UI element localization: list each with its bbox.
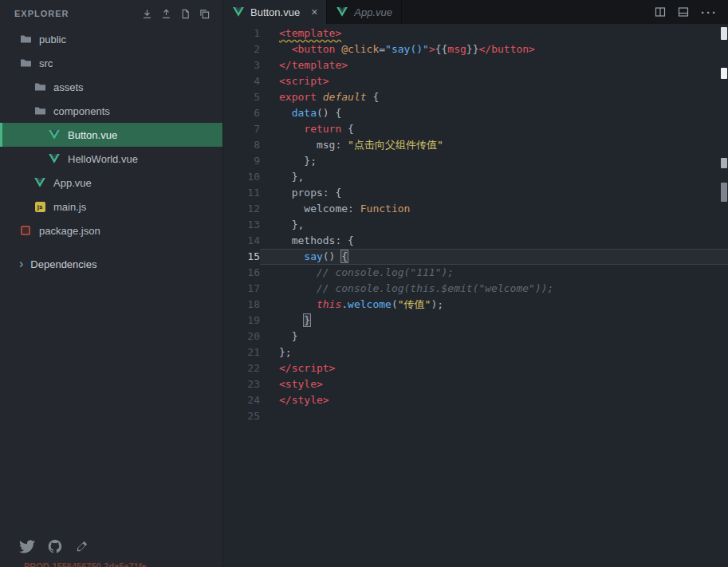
line-number: 11 [223, 185, 260, 201]
tree-item-public[interactable]: public [0, 27, 222, 51]
line-content: methods: { [260, 233, 728, 249]
tree-item-label: HelloWorld.vue [68, 153, 138, 165]
line-number: 8 [223, 137, 260, 153]
line-number: 23 [223, 376, 260, 392]
split-editor-icon[interactable] [655, 6, 666, 18]
scroll-mark [721, 183, 727, 202]
line-number: 5 [223, 89, 260, 105]
line-content: this.welcome("传值"); [260, 297, 728, 313]
file-tree: publicsrcassetscomponentsButton.vueHello… [0, 27, 222, 242]
sidebar-footer: PROD-1556456750-2da5a71fe [0, 538, 222, 567]
code-line-5[interactable]: 5export default { [223, 89, 728, 105]
line-number: 14 [223, 233, 260, 249]
github-icon[interactable] [47, 538, 63, 554]
code-line-17[interactable]: 17 // console.log(this.$emit("welcome"))… [223, 281, 728, 297]
code-line-23[interactable]: 23<style> [223, 376, 728, 392]
code-area[interactable]: 1<template>2 <button @click="say()">{{ms… [223, 24, 728, 567]
folder-icon [19, 58, 32, 68]
code-line-24[interactable]: 24</style> [223, 392, 728, 408]
social-links [0, 538, 222, 561]
tab-label: Button.vue [250, 6, 300, 18]
tab-app-vue[interactable]: App.vue [327, 0, 402, 24]
code-line-22[interactable]: 22</script> [223, 360, 728, 376]
line-number: 1 [223, 26, 260, 41]
line-content: say() { [260, 249, 728, 265]
overview-ruler[interactable] [720, 24, 728, 567]
code-line-10[interactable]: 10 }, [223, 169, 728, 185]
close-tab-icon[interactable]: × [311, 6, 317, 18]
line-content: <button @click="say()">{{msg}}</button> [260, 41, 728, 57]
line-number: 2 [223, 41, 260, 57]
code-line-20[interactable]: 20 } [223, 329, 728, 345]
collapse-folders-icon[interactable] [199, 9, 210, 19]
line-number: 9 [223, 153, 260, 169]
line-content: </template> [260, 57, 728, 73]
code-line-7[interactable]: 7 return { [223, 121, 728, 137]
line-number: 25 [223, 408, 260, 424]
code-line-19[interactable]: 19 } [223, 313, 728, 329]
code-line-12[interactable]: 12 welcome: Function [223, 201, 728, 217]
code-line-8[interactable]: 8 msg: "点击向父组件传值" [223, 137, 728, 153]
pen-icon[interactable] [75, 540, 89, 553]
line-number: 3 [223, 57, 260, 73]
line-number: 15 [223, 249, 260, 265]
code-line-21[interactable]: 21}; [223, 345, 728, 360]
tree-item-main-js[interactable]: jsmain.js [0, 195, 222, 219]
sidebar-item-dependencies[interactable]: › Dependencies [0, 252, 222, 276]
vue-icon [33, 178, 46, 187]
line-content: } [260, 329, 728, 345]
tree-item-helloworld-vue[interactable]: HelloWorld.vue [0, 147, 222, 171]
more-actions-icon[interactable]: ··· [701, 6, 718, 18]
code-line-25[interactable]: 25 [223, 408, 728, 424]
tree-item-package-json[interactable]: package.json [0, 219, 222, 242]
line-number: 13 [223, 217, 260, 233]
code-line-6[interactable]: 6 data() { [223, 105, 728, 121]
editor-group: Button.vue×App.vue ··· 1<template>2 <but… [223, 0, 728, 567]
line-content: }; [260, 153, 728, 169]
vue-icon [336, 7, 348, 17]
line-number: 19 [223, 313, 260, 329]
tab-label: App.vue [354, 6, 392, 18]
code-line-4[interactable]: 4<script> [223, 73, 728, 89]
line-number: 4 [223, 73, 260, 89]
code-line-13[interactable]: 13 }, [223, 217, 728, 233]
tree-item-assets[interactable]: assets [0, 75, 222, 99]
code-line-11[interactable]: 11 props: { [223, 185, 728, 201]
tree-item-components[interactable]: components [0, 99, 222, 123]
upload-icon[interactable] [161, 9, 171, 19]
code-line-2[interactable]: 2 <button @click="say()">{{msg}}</button… [223, 41, 728, 57]
code-line-18[interactable]: 18 this.welcome("传值"); [223, 297, 728, 313]
line-number: 24 [223, 392, 260, 408]
code-line-16[interactable]: 16 // console.log("111"); [223, 265, 728, 281]
twitter-icon[interactable] [19, 540, 35, 553]
tree-item-label: components [53, 105, 110, 117]
line-number: 6 [223, 105, 260, 121]
tree-item-src[interactable]: src [0, 51, 222, 75]
code-line-9[interactable]: 9 }; [223, 153, 728, 169]
line-number: 21 [223, 345, 260, 360]
code-line-15[interactable]: 15 say() { [223, 249, 728, 265]
tab-button-vue[interactable]: Button.vue× [223, 0, 327, 24]
line-content: export default { [260, 89, 728, 105]
download-icon[interactable] [142, 9, 152, 19]
code-line-1[interactable]: 1<template> [223, 26, 728, 41]
new-file-icon[interactable] [180, 9, 191, 19]
js-icon: js [33, 202, 46, 212]
explorer-sidebar: EXPLORER publicsrcassetscomponentsButton… [0, 0, 223, 567]
line-content: }, [260, 169, 728, 185]
tree-item-label: package.json [39, 225, 100, 237]
line-content: // console.log("111"); [260, 265, 728, 281]
dependencies-label: Dependencies [30, 258, 96, 270]
folder-icon [33, 82, 46, 92]
line-content: <template> [260, 26, 728, 41]
editor-actions: ··· [655, 0, 728, 24]
tree-item-app-vue[interactable]: App.vue [0, 171, 222, 195]
code-line-14[interactable]: 14 methods: { [223, 233, 728, 249]
tree-item-button-vue[interactable]: Button.vue [0, 123, 222, 147]
toggle-layout-icon[interactable] [678, 6, 689, 18]
tree-item-label: App.vue [53, 177, 92, 189]
tree-item-label: src [39, 57, 53, 69]
line-number: 7 [223, 121, 260, 137]
line-content: </style> [260, 392, 728, 408]
code-line-3[interactable]: 3</template> [223, 57, 728, 73]
